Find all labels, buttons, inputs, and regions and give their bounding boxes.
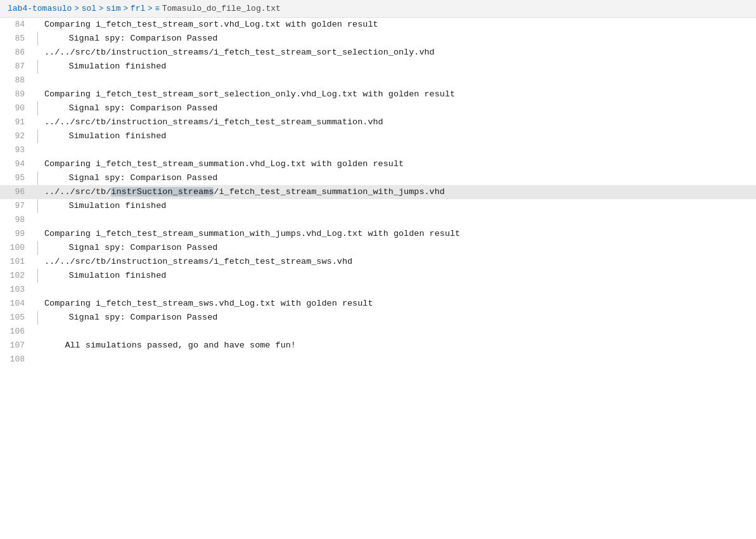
code-line: 84Comparing i_fetch_test_stream_sort.vhd… [0,18,756,32]
line-content [37,213,756,227]
breadcrumb-sep-1: > [74,4,79,13]
line-number: 88 [0,74,35,88]
line-content [37,353,756,367]
line-number: 106 [0,325,35,339]
line-content: ../../src/tb/instruction_streams/i_fetch… [37,46,756,60]
highlighted-word: instrSuction_streams [111,187,214,197]
code-line: 100 Signal spy: Comparison Passed [0,241,756,255]
line-content: ../../src/tb/instruction_streams/i_fetch… [37,255,756,269]
breadcrumb-frl[interactable]: frl [131,4,145,13]
line-content [37,143,756,157]
line-number: 96 [0,185,35,199]
line-bar [37,129,38,143]
line-number: 103 [0,283,35,297]
line-number: 101 [0,255,35,269]
code-line: 87 Simulation finished [0,60,756,74]
line-bar [37,32,38,46]
code-line: 86../../src/tb/instruction_streams/i_fet… [0,46,756,60]
line-number: 86 [0,46,35,60]
line-content: Comparing i_fetch_test_stream_sws.vhd_Lo… [37,297,756,311]
code-line: 90 Signal spy: Comparison Passed [0,101,756,115]
line-number: 85 [0,32,35,46]
line-bar [37,241,38,255]
line-number: 92 [0,129,35,143]
line-content [37,283,756,297]
file-icon: ≡ [155,4,159,13]
line-number: 94 [0,157,35,171]
line-content: Signal spy: Comparison Passed [41,101,756,115]
code-view: 84Comparing i_fetch_test_stream_sort.vhd… [0,18,756,367]
line-number: 87 [0,60,35,74]
code-line: 101../../src/tb/instruction_streams/i_fe… [0,255,756,269]
line-content: ../../src/tb/instruction_streams/i_fetch… [37,115,756,129]
line-number: 91 [0,115,35,129]
line-content: Comparing i_fetch_test_stream_sort.vhd_L… [37,18,756,32]
line-content: Simulation finished [41,129,756,143]
line-content: Simulation finished [41,60,756,74]
code-line: 108 [0,353,756,367]
code-line: 94Comparing i_fetch_test_stream_summatio… [0,157,756,171]
code-line: 102 Simulation finished [0,269,756,283]
code-line: 106 [0,325,756,339]
line-bar [37,269,38,283]
line-number: 105 [0,311,35,325]
line-number: 107 [0,339,35,353]
breadcrumb-sep-2: > [99,4,103,13]
line-number: 93 [0,143,35,157]
line-number: 97 [0,199,35,213]
line-bar [37,60,38,74]
code-line: 104Comparing i_fetch_test_stream_sws.vhd… [0,297,756,311]
code-line: 99Comparing i_fetch_test_stream_summatio… [0,227,756,241]
breadcrumb-filename: Tomasulo_do_file_log.txt [162,4,281,13]
line-number: 108 [0,353,35,367]
code-line: 107 All simulations passed, go and have … [0,339,756,353]
code-line: 91../../src/tb/instruction_streams/i_fet… [0,115,756,129]
line-content: Signal spy: Comparison Passed [41,241,756,255]
code-line: 95 Signal spy: Comparison Passed [0,171,756,185]
line-number: 98 [0,213,35,227]
code-line: 98 [0,213,756,227]
line-number: 95 [0,171,35,185]
line-content: ../../src/tb/instrSuction_streams/i_fetc… [37,185,756,199]
line-content: All simulations passed, go and have some… [37,339,756,353]
code-line: 105 Signal spy: Comparison Passed [0,311,756,325]
line-content: Signal spy: Comparison Passed [41,32,756,46]
line-content: Simulation finished [41,199,756,213]
line-content: Comparing i_fetch_test_stream_summation_… [37,227,756,241]
breadcrumb-sim[interactable]: sim [106,4,120,13]
line-content: Signal spy: Comparison Passed [41,171,756,185]
line-content: Signal spy: Comparison Passed [41,311,756,325]
line-content: Simulation finished [41,269,756,283]
line-number: 102 [0,269,35,283]
line-bar [37,199,38,213]
code-line: 88 [0,74,756,88]
line-number: 100 [0,241,35,255]
line-number: 104 [0,297,35,311]
line-bar [37,311,38,325]
code-line: 89Comparing i_fetch_test_stream_sort_sel… [0,88,756,101]
breadcrumb-sep-3: > [124,4,128,13]
code-line: 96../../src/tb/instrSuction_streams/i_fe… [0,185,756,199]
line-content: Comparing i_fetch_test_stream_sort_selec… [37,88,756,101]
code-line: 103 [0,283,756,297]
line-number: 84 [0,18,35,32]
breadcrumb-sep-4: > [148,4,152,13]
breadcrumb-lab4[interactable]: lab4-tomasulo [8,4,72,13]
line-content [37,74,756,88]
line-content: Comparing i_fetch_test_stream_summation.… [37,157,756,171]
code-line: 93 [0,143,756,157]
line-bar [37,101,38,115]
line-content [37,325,756,339]
line-bar [37,171,38,185]
code-line: 92 Simulation finished [0,129,756,143]
code-line: 97 Simulation finished [0,199,756,213]
line-number: 90 [0,101,35,115]
breadcrumb-sol[interactable]: sol [82,4,96,13]
line-number: 89 [0,88,35,101]
line-number: 99 [0,227,35,241]
breadcrumb: lab4-tomasulo > sol > sim > frl > ≡ Toma… [0,0,756,18]
code-line: 85 Signal spy: Comparison Passed [0,32,756,46]
